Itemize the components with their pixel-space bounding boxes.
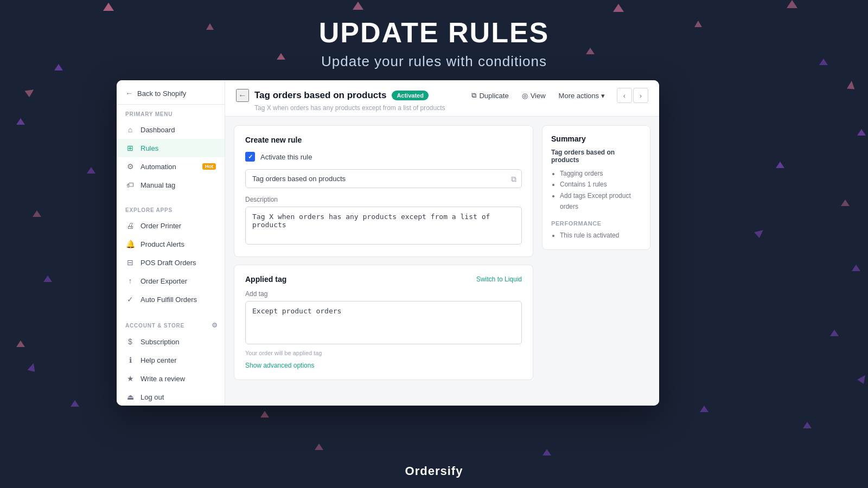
- description-label: Description: [245, 196, 522, 203]
- sidebar-item-dashboard[interactable]: ⌂ Dashboard: [117, 120, 225, 139]
- svg-marker-10: [16, 118, 25, 125]
- sidebar-item-auto-fulfill[interactable]: ✓ Auto Fulfill Orders: [117, 290, 225, 309]
- gear-icon: ⚙: [125, 162, 135, 171]
- svg-marker-15: [841, 200, 850, 206]
- top-bar-subtitle: Tag X when orders has any products excep…: [254, 104, 648, 112]
- next-button[interactable]: ›: [633, 88, 648, 103]
- description-textarea[interactable]: Tag X when orders has any products excep…: [245, 207, 522, 245]
- ui-container: ← Back to Shopify PRIMARY MENU ⌂ Dashboa…: [117, 80, 659, 406]
- back-to-shopify[interactable]: ← Back to Shopify: [117, 80, 225, 105]
- svg-marker-24: [315, 444, 323, 450]
- performance-label: PERFORMANCE: [551, 220, 641, 227]
- activate-checkbox-label: Activate this rule: [260, 153, 312, 161]
- view-button[interactable]: ◎ View: [516, 89, 551, 102]
- rule-title: Tag orders based on products: [254, 90, 386, 101]
- rule-name-input[interactable]: [245, 169, 522, 188]
- applied-tag-card: Applied tag Switch to Liquid Add tag Exc…: [234, 265, 533, 380]
- summary-card: Summary Tag orders based on products Tag…: [542, 125, 650, 250]
- main-subheading: Update your rules with conditions: [0, 53, 868, 70]
- sidebar-item-product-alerts[interactable]: 🔔 Product Alerts: [117, 235, 225, 253]
- copy-icon: ⧉: [511, 174, 516, 183]
- performance-bullet-0: This rule is activated: [560, 230, 641, 241]
- svg-marker-19: [830, 330, 839, 336]
- bell-icon: 🔔: [125, 239, 135, 249]
- top-bar: ← Tag orders based on products Activated…: [225, 80, 659, 117]
- summary-bullet-0: Tagging orders: [560, 168, 641, 179]
- sidebar-item-pos-draft-orders[interactable]: ⊟ POS Draft Orders: [117, 253, 225, 272]
- svg-marker-18: [16, 341, 25, 347]
- svg-marker-27: [23, 87, 34, 98]
- svg-marker-25: [542, 449, 551, 455]
- svg-marker-21: [260, 411, 269, 418]
- sidebar-item-manual-tag[interactable]: 🏷 Manual tag: [117, 176, 225, 194]
- sidebar-item-write-review[interactable]: ★ Write a review: [117, 369, 225, 388]
- account-store-label: ACCOUNT & STORE: [125, 323, 184, 329]
- nav-arrows: ‹ ›: [617, 88, 648, 103]
- svg-marker-13: [87, 167, 95, 174]
- star-icon: ★: [125, 374, 135, 383]
- svg-marker-26: [845, 81, 856, 92]
- logout-icon: ⏏: [125, 392, 135, 402]
- top-bar-actions: ⧉ Duplicate ◎ View More actions ▾ ‹ ›: [466, 88, 648, 103]
- add-tag-label: Add tag: [245, 290, 522, 298]
- show-advanced-link[interactable]: Show advanced options: [245, 362, 314, 369]
- main-panel: Create new rule Activate this rule ⧉ Des…: [234, 125, 533, 397]
- dollar-icon: $: [125, 337, 135, 346]
- grid-icon: ⊞: [125, 143, 135, 153]
- duplicate-icon: ⧉: [471, 91, 476, 100]
- activate-checkbox[interactable]: [245, 152, 255, 162]
- applied-tag-header: Applied tag Switch to Liquid: [245, 275, 522, 284]
- main-content: ← Tag orders based on products Activated…: [225, 80, 659, 406]
- summary-bullet-2: Add tags Except product orders: [560, 190, 641, 213]
- page-header: UPDATE RULES Update your rules with cond…: [0, 0, 868, 70]
- svg-marker-17: [852, 265, 860, 271]
- content-area: Create new rule Activate this rule ⧉ Des…: [225, 117, 659, 406]
- svg-marker-11: [857, 129, 866, 136]
- switch-liquid-link[interactable]: Switch to Liquid: [476, 275, 522, 283]
- applied-tag-title: Applied tag: [245, 275, 286, 284]
- upload-icon: ↑: [125, 276, 135, 286]
- activate-checkbox-row: Activate this rule: [245, 152, 522, 162]
- summary-title: Summary: [551, 134, 641, 143]
- activated-badge: Activated: [392, 91, 429, 100]
- summary-bullet-1: Contains 1 rules: [560, 179, 641, 190]
- svg-marker-20: [71, 400, 79, 407]
- sidebar-item-order-printer[interactable]: 🖨 Order Printer: [117, 216, 225, 235]
- svg-marker-29: [26, 363, 37, 374]
- primary-menu-label: PRIMARY MENU: [117, 105, 225, 120]
- printer-icon: 🖨: [125, 221, 135, 230]
- prev-button[interactable]: ‹: [617, 88, 632, 103]
- info-icon: ℹ: [125, 355, 135, 365]
- summary-rule-title: Tag orders based on products: [551, 149, 641, 164]
- layers-icon: ⊟: [125, 258, 135, 267]
- svg-marker-22: [700, 406, 709, 412]
- sidebar-item-subscription[interactable]: $ Subscription: [117, 332, 225, 351]
- svg-marker-28: [753, 228, 763, 238]
- create-rule-card: Create new rule Activate this rule ⧉ Des…: [234, 125, 533, 257]
- check-circle-icon: ✓: [125, 294, 135, 304]
- tag-icon: 🏷: [125, 180, 135, 190]
- back-button[interactable]: ←: [236, 89, 249, 102]
- performance-bullets: This rule is activated: [551, 230, 641, 241]
- sidebar-item-rules[interactable]: ⊞ Rules: [117, 139, 225, 157]
- back-arrow-icon: ←: [125, 89, 133, 98]
- sidebar-item-help-center[interactable]: ℹ Help center: [117, 351, 225, 369]
- footer-brand: Ordersify: [405, 464, 463, 478]
- eye-icon: ◎: [522, 92, 528, 100]
- home-icon: ⌂: [125, 125, 135, 134]
- tag-textarea[interactable]: Except product orders: [245, 301, 522, 344]
- chevron-down-icon: ▾: [601, 92, 605, 100]
- svg-marker-12: [33, 210, 41, 217]
- sidebar-item-order-exporter[interactable]: ↑ Order Exporter: [117, 272, 225, 290]
- more-actions-button[interactable]: More actions ▾: [553, 89, 610, 102]
- page-footer: Ordersify: [0, 464, 868, 478]
- rule-name-group: ⧉: [245, 169, 522, 188]
- summary-panel: Summary Tag orders based on products Tag…: [542, 125, 650, 397]
- svg-marker-30: [857, 375, 865, 384]
- sidebar-item-automation[interactable]: ⚙ Automation Hot: [117, 157, 225, 176]
- hot-badge: Hot: [202, 163, 216, 170]
- duplicate-button[interactable]: ⧉ Duplicate: [466, 88, 514, 102]
- sidebar-item-logout[interactable]: ⏏ Log out: [117, 388, 225, 406]
- svg-marker-14: [776, 162, 784, 168]
- explore-apps-label: EXPLORE APPS: [117, 201, 225, 216]
